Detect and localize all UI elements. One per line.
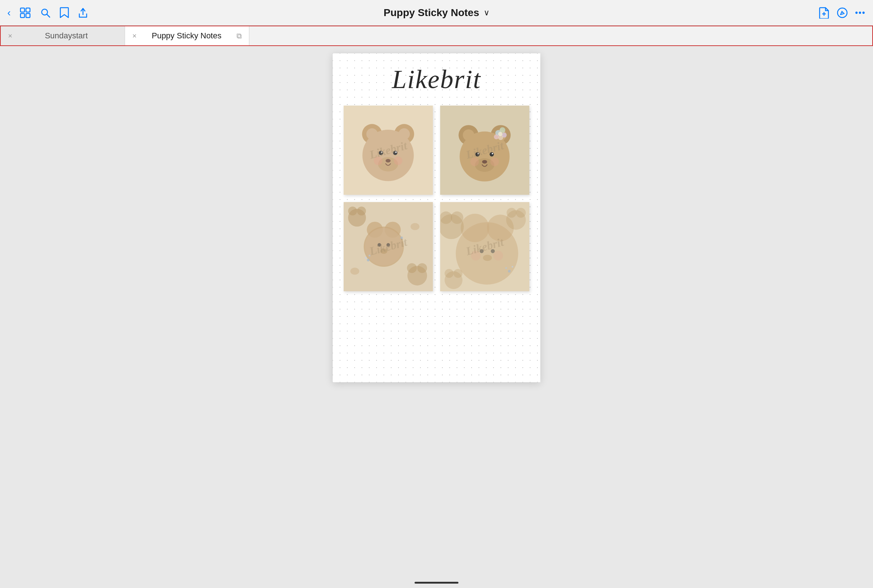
page-script-title: Likebrit <box>392 64 481 94</box>
svg-point-79 <box>483 255 492 261</box>
svg-point-69 <box>507 208 517 218</box>
svg-point-34 <box>482 160 487 164</box>
bear-svg-2 <box>449 114 520 186</box>
svg-point-52 <box>417 263 427 273</box>
tab-puppy-sticky-notes[interactable]: × Puppy Sticky Notes ⧉ <box>125 26 249 45</box>
sticky-note-2[interactable] <box>440 106 529 195</box>
svg-point-81 <box>493 251 503 261</box>
document-page: Likebrit <box>333 53 540 382</box>
svg-point-35 <box>470 158 479 166</box>
new-document-button[interactable] <box>819 7 829 19</box>
svg-point-53 <box>410 223 419 230</box>
title-chevron[interactable]: ∨ <box>484 8 490 18</box>
search-button[interactable] <box>40 7 51 18</box>
bookmark-button[interactable] <box>60 7 69 19</box>
svg-point-59 <box>378 243 381 247</box>
tab-sundaystart[interactable]: × Sundaystart <box>1 26 125 45</box>
svg-line-5 <box>47 14 50 17</box>
svg-point-57 <box>365 257 367 259</box>
svg-point-33 <box>492 153 494 154</box>
svg-point-67 <box>451 212 463 224</box>
svg-point-66 <box>440 212 452 224</box>
sticky-note-3[interactable] <box>344 202 433 291</box>
svg-rect-3 <box>26 14 30 18</box>
svg-point-80 <box>471 251 481 261</box>
svg-rect-2 <box>21 14 24 18</box>
svg-point-61 <box>380 249 388 254</box>
svg-point-72 <box>445 269 453 278</box>
tab-close-puppy[interactable]: × <box>132 32 137 40</box>
svg-point-17 <box>379 151 383 155</box>
toolbar-right: ••• <box>749 7 866 19</box>
svg-point-18 <box>394 151 398 155</box>
sticky-note-1[interactable] <box>344 106 433 195</box>
svg-point-46 <box>365 228 403 266</box>
sticky-note-4[interactable] <box>440 202 529 291</box>
svg-point-56 <box>368 255 370 256</box>
svg-point-49 <box>357 207 366 215</box>
more-options-button[interactable]: ••• <box>855 8 866 18</box>
svg-point-32 <box>478 153 479 154</box>
svg-point-76 <box>511 266 513 267</box>
tab-label-sundaystart: Sundaystart <box>15 31 117 40</box>
sticky-notes-grid <box>344 106 529 291</box>
svg-point-15 <box>363 130 414 181</box>
svg-point-54 <box>350 267 359 275</box>
content-area: Likebrit <box>0 46 873 588</box>
svg-point-20 <box>395 152 397 153</box>
svg-point-48 <box>348 207 357 215</box>
document-title: Puppy Sticky Notes <box>383 7 479 19</box>
tab-label-puppy: Puppy Sticky Notes <box>140 31 234 40</box>
back-button[interactable]: ‹ <box>7 7 11 19</box>
svg-point-55 <box>367 259 369 261</box>
toolbar-left: ‹ <box>7 7 124 19</box>
svg-point-58 <box>400 237 403 239</box>
bear-svg-3 <box>344 202 433 291</box>
svg-point-74 <box>508 270 510 272</box>
tabbar: × Sundaystart × Puppy Sticky Notes ⧉ <box>0 26 873 46</box>
svg-point-78 <box>491 249 494 253</box>
svg-point-60 <box>386 243 390 247</box>
toolbar: ‹ P <box>0 0 873 26</box>
svg-rect-1 <box>26 8 30 12</box>
tab-close-sundaystart[interactable]: × <box>8 32 12 40</box>
share-button[interactable] <box>78 7 88 19</box>
svg-point-73 <box>454 269 463 278</box>
svg-point-19 <box>381 152 382 153</box>
toolbar-center: Puppy Sticky Notes ∨ <box>124 7 749 19</box>
svg-point-23 <box>394 157 403 165</box>
svg-point-31 <box>490 152 494 157</box>
tab-expand-icon[interactable]: ⧉ <box>236 32 242 40</box>
svg-rect-0 <box>21 8 24 12</box>
svg-point-70 <box>516 208 526 218</box>
svg-point-22 <box>374 157 382 165</box>
grid-button[interactable] <box>20 7 31 19</box>
tab-spacer <box>249 26 872 45</box>
svg-point-51 <box>407 263 417 273</box>
svg-point-42 <box>498 132 503 136</box>
svg-point-36 <box>491 158 499 166</box>
svg-point-75 <box>505 267 507 269</box>
svg-point-63 <box>461 214 489 242</box>
svg-point-41 <box>494 135 499 140</box>
svg-point-77 <box>479 249 484 253</box>
svg-point-21 <box>386 159 391 163</box>
home-indicator <box>415 582 458 584</box>
bear-svg-4 <box>440 202 529 291</box>
svg-point-30 <box>476 152 480 157</box>
bear-svg-1 <box>352 114 424 186</box>
pencil-edit-button[interactable] <box>837 7 848 18</box>
page-content: Likebrit <box>333 53 540 306</box>
